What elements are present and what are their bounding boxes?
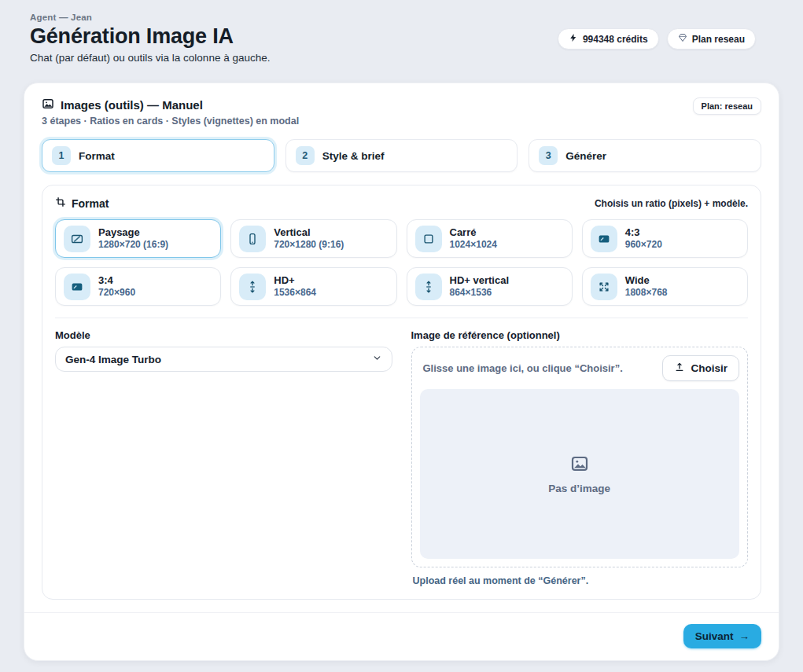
tab-generer[interactable]: 3 Générer bbox=[529, 139, 761, 172]
ratio-card-hd-plus-vertical[interactable]: HD+ vertical 864×1536 bbox=[407, 267, 573, 306]
step-number-badge: 1 bbox=[52, 146, 71, 165]
reference-label: Image de référence (optionnel) bbox=[411, 329, 749, 341]
empty-image-preview: Pas d’image bbox=[420, 389, 740, 559]
plan-badge-label: Plan reseau bbox=[692, 34, 745, 45]
ratio-card-text: HD+ 1536×864 bbox=[274, 274, 316, 299]
tab-format-label: Format bbox=[79, 150, 115, 162]
next-button[interactable]: Suivant → bbox=[683, 624, 761, 648]
card-header-left: Images (outils) — Manuel 3 étapes · Rati… bbox=[42, 97, 299, 127]
ratio-card-text: HD+ vertical 864×1536 bbox=[450, 274, 510, 299]
ratio-size: 720×960 bbox=[98, 287, 135, 299]
ratio-size: 1808×768 bbox=[625, 287, 668, 299]
header-badges: 994348 crédits Plan reseau bbox=[558, 28, 756, 50]
credits-badge: 994348 crédits bbox=[558, 28, 659, 50]
ratio-size: 960×720 bbox=[625, 239, 662, 251]
page-header-left: Agent — Jean Génération Image IA Chat (p… bbox=[30, 13, 270, 64]
tab-style-brief[interactable]: 2 Style & brief bbox=[285, 139, 518, 172]
ratio-label: HD+ vertical bbox=[450, 274, 510, 287]
arrow-right-icon: → bbox=[739, 630, 750, 642]
ratio-label: Vertical bbox=[274, 226, 344, 239]
lower-columns: Modèle Gen-4 Image Turbo Image de référe… bbox=[55, 329, 748, 586]
ratio-label: 3:4 bbox=[98, 274, 135, 287]
ratio-label: HD+ bbox=[274, 274, 316, 287]
ratio-size: 1536×864 bbox=[274, 287, 316, 299]
format-panel-title: Format bbox=[72, 197, 109, 210]
main-card: Images (outils) — Manuel 3 étapes · Rati… bbox=[24, 83, 779, 661]
next-button-label: Suivant bbox=[695, 630, 734, 642]
vertical-arrows-icon bbox=[239, 274, 266, 300]
expand-arrows-icon bbox=[591, 274, 617, 300]
filled-landscape-icon bbox=[64, 274, 90, 300]
ratio-card-vertical[interactable]: Vertical 720×1280 (9:16) bbox=[230, 219, 396, 258]
upload-icon bbox=[674, 362, 685, 375]
crop-icon bbox=[55, 196, 66, 210]
ratio-card-4-3[interactable]: 4:3 960×720 bbox=[582, 219, 748, 258]
format-panel-header: Format Choisis un ratio (pixels) + modèl… bbox=[55, 196, 748, 210]
lightning-icon bbox=[569, 33, 578, 45]
credits-badge-label: 994348 crédits bbox=[583, 34, 648, 45]
reference-dropzone[interactable]: Glisse une image ici, ou clique “Choisir… bbox=[411, 347, 749, 567]
ratio-label: Paysage bbox=[98, 226, 168, 239]
upload-note: Upload réel au moment de “Générer”. bbox=[411, 575, 749, 586]
model-label: Modèle bbox=[55, 329, 392, 341]
gem-icon bbox=[678, 33, 687, 45]
breadcrumb: Agent — Jean bbox=[30, 13, 270, 22]
phone-icon bbox=[239, 226, 266, 252]
page: Agent — Jean Génération Image IA Chat (p… bbox=[0, 0, 803, 672]
ratio-label: Wide bbox=[625, 274, 668, 287]
ratio-label: 4:3 bbox=[625, 226, 662, 239]
dropzone-hint: Glisse une image ici, ou clique “Choisir… bbox=[420, 362, 623, 374]
divider bbox=[55, 318, 748, 318]
step-tabs: 1 Format 2 Style & brief 3 Générer bbox=[24, 139, 779, 172]
card-title: Images (outils) — Manuel bbox=[61, 98, 203, 112]
card-subtitle: 3 étapes · Ratios en cards · Styles (vig… bbox=[42, 116, 299, 127]
chevron-down-icon bbox=[372, 352, 382, 366]
ratio-card-carre[interactable]: Carré 1024×1024 bbox=[407, 219, 573, 258]
square-icon bbox=[415, 226, 442, 252]
ratio-card-text: Wide 1808×768 bbox=[625, 274, 668, 299]
vertical-arrows-icon bbox=[415, 274, 442, 300]
ratio-size: 864×1536 bbox=[450, 287, 510, 299]
tab-generer-label: Générer bbox=[565, 150, 606, 162]
format-hint: Choisis un ratio (pixels) + modèle. bbox=[595, 198, 748, 209]
image-icon bbox=[42, 97, 54, 112]
step-number-badge: 2 bbox=[296, 146, 315, 165]
model-select-value: Gen-4 Image Turbo bbox=[65, 354, 161, 365]
plan-badge: Plan reseau bbox=[667, 28, 756, 50]
ratio-card-text: Vertical 720×1280 (9:16) bbox=[274, 226, 344, 251]
ratio-card-text: 3:4 720×960 bbox=[98, 274, 135, 299]
format-panel-title-row: Format bbox=[55, 196, 109, 210]
ratio-card-wide[interactable]: Wide 1808×768 bbox=[582, 267, 748, 306]
ratio-size: 720×1280 (9:16) bbox=[274, 239, 344, 251]
ratio-card-3-4[interactable]: 3:4 720×960 bbox=[55, 267, 221, 306]
reference-column: Image de référence (optionnel) Glisse un… bbox=[411, 329, 749, 586]
ratio-card-paysage[interactable]: Paysage 1280×720 (16:9) bbox=[55, 219, 221, 258]
ratio-label: Carré bbox=[450, 226, 497, 239]
tab-format[interactable]: 1 Format bbox=[42, 139, 274, 172]
card-footer: Suivant → bbox=[24, 612, 779, 660]
no-image-label: Pas d’image bbox=[548, 483, 610, 494]
choose-file-button-label: Choisir bbox=[691, 362, 727, 374]
model-column: Modèle Gen-4 Image Turbo bbox=[55, 329, 392, 586]
ratio-size: 1024×1024 bbox=[450, 239, 497, 251]
filled-landscape-icon bbox=[591, 226, 617, 252]
ratio-size: 1280×720 (16:9) bbox=[98, 239, 168, 251]
card-title-row: Images (outils) — Manuel bbox=[42, 97, 299, 112]
ratio-card-text: Paysage 1280×720 (16:9) bbox=[98, 226, 168, 251]
ratio-card-hd-plus[interactable]: HD+ 1536×864 bbox=[230, 267, 396, 306]
format-panel: Format Choisis un ratio (pixels) + modèl… bbox=[42, 185, 761, 600]
ratio-card-text: 4:3 960×720 bbox=[625, 226, 662, 251]
step-number-badge: 3 bbox=[539, 146, 558, 165]
ratio-card-text: Carré 1024×1024 bbox=[450, 226, 497, 251]
page-header: Agent — Jean Génération Image IA Chat (p… bbox=[0, 0, 803, 64]
model-select[interactable]: Gen-4 Image Turbo bbox=[55, 347, 392, 372]
card-header: Images (outils) — Manuel 3 étapes · Rati… bbox=[24, 83, 779, 127]
no-image-icon bbox=[570, 454, 589, 476]
ratio-grid: Paysage 1280×720 (16:9) Vertical 720×128… bbox=[55, 219, 748, 306]
choose-file-button[interactable]: Choisir bbox=[662, 355, 739, 381]
page-title: Génération Image IA bbox=[30, 24, 270, 49]
landscape-icon bbox=[64, 226, 90, 252]
dropzone-header-row: Glisse une image ici, ou clique “Choisir… bbox=[420, 355, 740, 381]
tab-style-brief-label: Style & brief bbox=[322, 150, 385, 162]
page-subtitle: Chat (par défaut) ou outils via la colon… bbox=[30, 52, 270, 64]
